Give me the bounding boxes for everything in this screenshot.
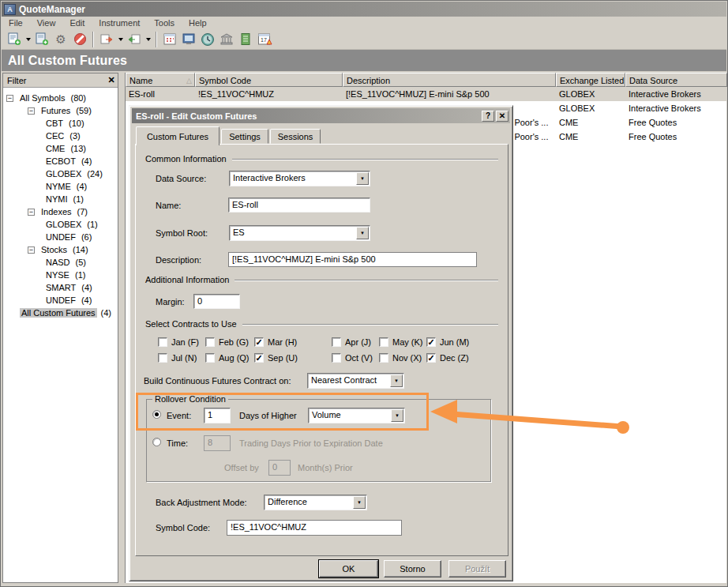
tree-collapse-icon[interactable]: −: [28, 209, 35, 216]
event-days-input[interactable]: 1: [204, 408, 231, 423]
tree-item-indexes[interactable]: −Indexes(7): [3, 205, 118, 218]
tree-item-futures[interactable]: −Futures(59): [3, 104, 118, 117]
tree-item-globex-idx[interactable]: GLOBEX(1): [3, 218, 118, 231]
tree-item-undef-idx[interactable]: UNDEF(6): [3, 231, 118, 243]
add-instrument-icon[interactable]: [5, 31, 24, 48]
checkbox-sep-u[interactable]: ✓Sep (U): [254, 353, 298, 363]
checkbox-nov-x[interactable]: Nov (X): [379, 353, 422, 363]
dropdown-arrow-icon[interactable]: ▼: [353, 496, 366, 509]
close-icon[interactable]: ✕: [496, 111, 508, 122]
checkbox-jul-n[interactable]: Jul (N): [158, 353, 197, 363]
checkbox-oct-v[interactable]: Oct (V): [332, 353, 373, 363]
checkbox-may-k[interactable]: May (K): [379, 337, 423, 347]
checkbox-apr-j[interactable]: Apr (J): [332, 337, 371, 347]
checkbox-box[interactable]: ✓: [254, 337, 264, 347]
checkbox-box[interactable]: ✓: [254, 353, 264, 363]
dropdown-arrow-icon[interactable]: ▼: [390, 374, 403, 387]
tree-item-undef-stk[interactable]: UNDEF(4): [3, 294, 118, 307]
time-radio[interactable]: [152, 438, 161, 446]
checkbox-mar-h[interactable]: ✓Mar (H): [254, 337, 297, 347]
import-data-icon[interactable]: [125, 31, 144, 48]
menu-edit[interactable]: Edit: [62, 17, 92, 28]
checkbox-aug-q[interactable]: Aug (Q): [205, 353, 250, 363]
symbol-root-select[interactable]: ES ▼: [229, 225, 370, 241]
tree-collapse-icon[interactable]: −: [28, 107, 35, 115]
tree-item-all-symbols[interactable]: −All Symbols(80): [3, 92, 118, 104]
tab-custom-futures[interactable]: Custom Futures: [136, 126, 220, 145]
tab-settings[interactable]: Settings: [221, 129, 268, 144]
import-dropdown-icon[interactable]: [144, 31, 152, 48]
filter-panel: Filter ✕ −All Symbols(80) −Futures(59) C…: [2, 73, 118, 583]
checkbox-box[interactable]: [205, 353, 215, 363]
event-radio[interactable]: [152, 410, 161, 419]
add-instrument-dropdown-icon[interactable]: [24, 31, 32, 48]
tree-item-cbt[interactable]: CBT(10): [3, 117, 118, 130]
column-header-symbol-code[interactable]: Symbol Code: [195, 73, 343, 87]
tree-collapse-icon[interactable]: −: [28, 246, 35, 254]
margin-input[interactable]: 0: [193, 294, 240, 309]
checkbox-feb-g[interactable]: Feb (G): [205, 337, 249, 347]
settings-gear-icon[interactable]: ⚙: [51, 31, 70, 48]
checkbox-box[interactable]: [332, 353, 341, 363]
table-row[interactable]: ES-roll !ES_11VOC^HMUZ [!ES_11VOC^HMUZ] …: [126, 87, 726, 101]
tree-item-globex[interactable]: GLOBEX(24): [3, 167, 118, 180]
checkbox-box[interactable]: [379, 337, 388, 347]
checkbox-box[interactable]: [332, 337, 341, 347]
notebook-icon[interactable]: [236, 31, 255, 48]
menu-tools[interactable]: Tools: [147, 17, 182, 28]
expiration-calendar-icon[interactable]: 17: [255, 31, 274, 48]
checkbox-jun-m[interactable]: ✓Jun (M): [426, 337, 469, 347]
page-title: All Custom Futures: [2, 54, 127, 68]
menu-view[interactable]: View: [30, 17, 63, 28]
delete-block-icon[interactable]: [70, 31, 89, 48]
tree-item-nyme[interactable]: NYME(4): [3, 180, 118, 193]
tab-sessions[interactable]: Sessions: [270, 129, 321, 144]
column-header-data-source[interactable]: Data Source: [625, 73, 727, 87]
dropdown-arrow-icon[interactable]: ▼: [356, 172, 369, 185]
filter-close-icon[interactable]: ✕: [105, 75, 118, 85]
tree-item-cme[interactable]: CME(13): [3, 142, 118, 155]
column-header-name[interactable]: Name△: [126, 73, 195, 87]
clock-icon[interactable]: [198, 31, 217, 48]
tree-item-all-custom-futures[interactable]: All Custom Futures(4): [3, 307, 118, 319]
export-dropdown-icon[interactable]: [116, 31, 125, 48]
data-source-select[interactable]: Interactive Brokers ▼: [229, 171, 370, 186]
tree-item-nyse[interactable]: NYSE(1): [3, 269, 118, 281]
checkbox-dec-z[interactable]: ✓Dec (Z): [426, 353, 469, 363]
checkbox-box[interactable]: [379, 353, 388, 363]
tree-item-smart[interactable]: SMART(4): [3, 281, 118, 294]
edit-instrument-icon[interactable]: [32, 31, 51, 48]
menu-file[interactable]: File: [2, 17, 30, 28]
checkbox-box[interactable]: ✓: [426, 337, 436, 347]
checkbox-box[interactable]: [205, 337, 215, 347]
export-data-icon[interactable]: [97, 31, 116, 48]
cancel-button[interactable]: Storno: [384, 560, 441, 578]
tree-item-nasd[interactable]: NASD(5): [3, 256, 118, 269]
dialog-titlebar[interactable]: ES-roll - Edit Custom Futures ? ✕: [132, 108, 510, 123]
checkbox-jan-f[interactable]: Jan (F): [158, 337, 199, 347]
ok-button[interactable]: OK: [319, 560, 378, 578]
event-metric-select[interactable]: Volume ▼: [308, 408, 405, 423]
menu-help[interactable]: Help: [182, 17, 214, 28]
checkbox-box[interactable]: [158, 353, 167, 363]
column-header-exchange-listed[interactable]: Exchange Listed: [556, 73, 625, 87]
build-continuous-select[interactable]: Nearest Contract ▼: [307, 373, 404, 389]
tree-item-cec[interactable]: CEC(3): [3, 130, 118, 142]
dropdown-arrow-icon[interactable]: ▼: [391, 409, 403, 422]
back-adjustment-select[interactable]: Difference ▼: [264, 495, 367, 510]
menu-instrument[interactable]: Instrument: [92, 17, 147, 28]
window-titlebar[interactable]: A QuoteManager: [2, 2, 726, 17]
name-input[interactable]: ES-roll: [228, 198, 370, 213]
tree-collapse-icon[interactable]: −: [6, 95, 13, 102]
dropdown-arrow-icon[interactable]: ▼: [356, 227, 369, 239]
checkbox-box[interactable]: ✓: [426, 353, 436, 363]
exchange-bank-icon[interactable]: [217, 31, 236, 48]
tree-item-nymi[interactable]: NYMI(1): [3, 193, 118, 205]
monitor-icon[interactable]: [179, 31, 198, 48]
help-icon[interactable]: ?: [482, 111, 494, 122]
tree-item-ecbot[interactable]: ECBOT(4): [3, 155, 118, 167]
column-header-description[interactable]: Description: [343, 73, 556, 87]
contracts-calendar-icon[interactable]: [160, 31, 179, 48]
tree-item-stocks[interactable]: −Stocks(14): [3, 243, 118, 256]
checkbox-box[interactable]: [158, 337, 167, 347]
